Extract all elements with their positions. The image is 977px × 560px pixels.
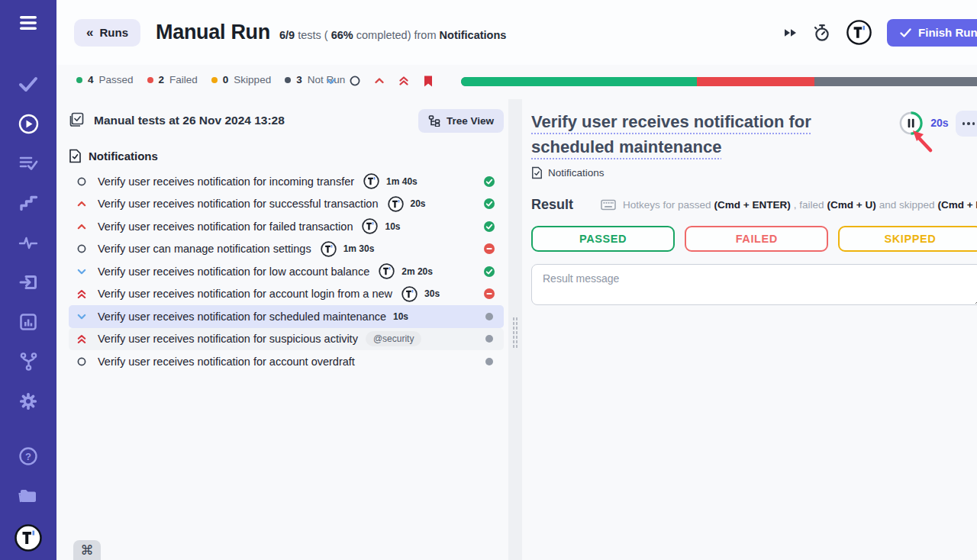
notrun-dot [285,77,291,83]
testomat-logo [0,516,56,560]
suite-group-header[interactable]: Notifications [69,144,504,167]
passed-counter: 4 Passed [76,74,134,85]
test-title: Verify user receives notification for in… [98,175,354,188]
svg-text:?: ? [25,451,31,462]
tree-icon [428,115,440,127]
test-title: Verify user receives notification for su… [98,198,379,210]
breadcrumb-doc-icon [531,166,543,179]
status-notrun-icon [482,310,495,323]
priority-normal-icon [76,243,88,255]
page-title: Manual Run [156,21,270,44]
run-progress-subtitle: 6/9 tests ( 66% completed) from Notifica… [279,29,506,41]
test-row[interactable]: Verify user receives notification for lo… [69,260,504,283]
test-row[interactable]: Verify user receives notification for su… [69,328,504,351]
test-title: Verify user receives notification for fa… [98,220,353,233]
runs-play-icon[interactable] [0,104,56,143]
test-row[interactable]: Verify user receives notification for in… [69,170,504,193]
status-passed-icon [482,220,495,233]
test-row[interactable]: Verify user can manage notification sett… [69,238,504,261]
keyboard-icon [601,199,616,211]
projects-icon[interactable] [0,476,56,516]
tree-view-toggle[interactable]: Tree View [418,109,504,133]
steps-icon[interactable] [0,183,56,223]
priority-high-filter-icon[interactable] [371,72,388,89]
pulse-icon[interactable] [0,223,56,262]
test-duration: 1m 40s [386,176,418,187]
failed-counter: 2 Failed [147,74,198,85]
topbar: « Runs Manual Run 6/9 tests ( 66% comple… [56,0,977,65]
panel-divider[interactable] [508,99,522,560]
test-row[interactable]: Verify user receives notification for ac… [69,350,504,373]
test-row[interactable]: Verify user receives notification for sc… [69,305,504,328]
testomat-logo-icon [401,286,418,302]
stopwatch-icon[interactable] [813,23,831,43]
failed-dot [147,77,153,83]
failed-button[interactable]: FAILED [685,226,828,252]
back-label: Runs [99,26,128,39]
test-row[interactable]: Verify user receives notification for su… [69,193,504,216]
more-icon[interactable] [956,111,977,137]
priority-normal-icon [76,356,88,367]
analytics-icon[interactable] [0,302,56,342]
test-duration: 30s [424,288,440,299]
skipped-counter: 0 Skipped [211,74,271,85]
back-to-runs-button[interactable]: « Runs [74,19,140,47]
priority-high-icon [76,220,88,232]
branches-icon[interactable] [0,342,56,381]
test-row[interactable]: Verify user receives notification for ac… [69,283,504,306]
test-duration: 10s [393,311,408,322]
back-icon: « [86,25,93,40]
test-detail-panel: Verify user receives notification for sc… [522,99,977,560]
progress-notrun-segment [814,77,977,86]
app-window: ? « Runs Manual Run 6/9 tests ( 66% comp… [0,0,977,560]
test-list-panel: Manual tests at 26 Nov 2024 13:28 Tree V… [56,99,508,560]
cmd-icon: ⌘ [81,542,94,558]
test-row[interactable]: Verify user receives notification for fa… [69,215,504,238]
pause-timer-button[interactable] [898,111,924,136]
breadcrumb[interactable]: Notifications [531,166,977,179]
test-tag: @security [366,331,422,346]
passed-dot [76,77,82,83]
completed-percent: 66% [331,29,353,41]
test-detail-title: Verify user receives notification for sc… [531,109,867,159]
run-checklist-icon [69,111,85,130]
result-message-input[interactable] [531,264,977,305]
help-icon[interactable]: ? [0,436,56,476]
settings-icon[interactable] [0,381,56,421]
testomat-logo-icon [379,263,395,279]
hotkeys-shortcut-badge[interactable]: ⌘ [73,540,101,560]
run-name: Manual tests at 26 Nov 2024 13:28 [94,114,285,127]
progress-failed-segment [697,77,814,86]
tests-check-icon[interactable] [0,64,56,104]
sort-chevron-down-icon[interactable] [322,72,339,89]
testomat-logo-icon [388,196,404,212]
status-notrun-icon [482,333,495,346]
priority-critical-icon [76,288,88,300]
priority-normal-filter-icon[interactable] [347,72,363,89]
drag-handle[interactable] [512,317,518,349]
testomat-logo-icon [362,218,378,234]
import-icon[interactable] [0,262,56,302]
suite-doc-icon [69,149,82,163]
timer-value: 20s [930,117,948,129]
suite-name: Notifications [440,29,507,41]
finish-run-button[interactable]: Finish Run [887,19,977,47]
test-plans-icon[interactable] [0,143,56,183]
test-duration: 2m 20s [401,266,433,277]
test-duration: 10s [385,221,400,232]
progress-passed-segment [461,77,697,86]
priority-filters [322,72,437,89]
skipped-button[interactable]: SKIPPED [838,226,977,252]
testomat-header-logo[interactable] [846,20,872,45]
skip-forward-icon[interactable] [783,27,798,39]
priority-critical-icon [76,333,88,345]
priority-normal-icon [76,175,88,187]
test-duration: 1m 30s [343,243,375,254]
passed-button[interactable]: PASSED [531,226,675,252]
test-title: Verify user can manage notification sett… [98,243,311,255]
bookmark-filter-icon[interactable] [420,72,437,89]
priority-critical-filter-icon[interactable] [395,72,412,89]
sidebar: ? [0,0,56,560]
menu-icon[interactable] [0,0,56,46]
tests-count: 6/9 [279,29,295,41]
